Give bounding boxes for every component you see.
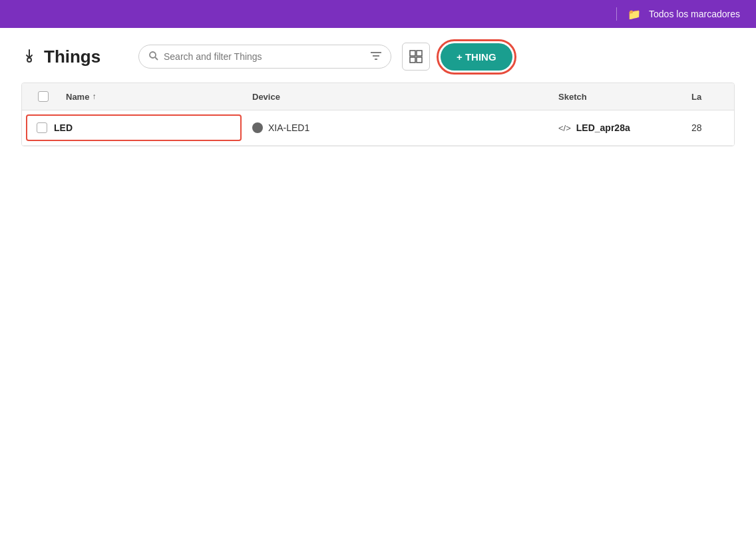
top-bar: 📁 Todos los marcadores [0,0,756,28]
device-cell: XIA-LED1 [242,113,548,142]
device-name-label: XIA-LED1 [268,122,309,133]
folder-icon: 📁 [628,8,641,21]
search-icon [148,51,158,63]
row-checkbox[interactable] [37,122,47,133]
table-view-button[interactable] [402,43,430,71]
things-table: Name ↑ Device Sketch La LED [21,83,735,146]
svg-rect-8 [410,57,415,63]
column-header-name[interactable]: Name ↑ [55,84,242,110]
svg-point-0 [27,58,31,62]
last-value: 28 [691,122,702,133]
page-title-area: Things [21,47,128,67]
svg-rect-7 [417,51,422,56]
column-header-device[interactable]: Device [242,84,548,110]
sketch-name-label: LED_apr28a [576,122,630,133]
column-device-label: Device [252,92,280,102]
table-row: LED XIA-LED1 </> LED_apr28a 28 [22,110,734,146]
bookmarks-label: Todos los marcadores [649,9,740,19]
led-name-cell[interactable]: LED [26,114,242,141]
column-name-label: Name [66,92,89,102]
filter-icon[interactable] [371,51,381,63]
sketch-code-icon: </> [558,123,571,133]
header-checkbox-cell [22,83,55,110]
top-bar-divider [616,7,617,21]
select-all-checkbox[interactable] [38,91,49,102]
column-sketch-label: Sketch [558,92,587,102]
add-thing-button[interactable]: + THING [441,43,512,71]
svg-rect-9 [417,57,422,63]
sketch-cell: </> LED_apr28a [548,113,681,142]
last-cell: 28 [681,113,734,142]
main-content: Things [0,28,756,543]
column-last-label: La [691,92,701,102]
table-header: Name ↑ Device Sketch La [22,83,734,110]
thing-name-label: LED [54,122,73,133]
add-thing-label: + THING [457,51,496,63]
svg-line-2 [155,57,158,60]
svg-point-1 [150,52,156,58]
header-row: Things [0,28,756,83]
search-bar[interactable] [138,45,391,69]
page-title: Things [44,47,100,67]
column-header-last[interactable]: La [681,84,734,110]
pin-icon [21,49,37,65]
svg-rect-6 [410,51,415,56]
device-status-dot [252,122,263,133]
sort-arrow-icon: ↑ [92,92,96,101]
search-input[interactable] [164,51,365,62]
column-header-sketch[interactable]: Sketch [548,84,681,110]
